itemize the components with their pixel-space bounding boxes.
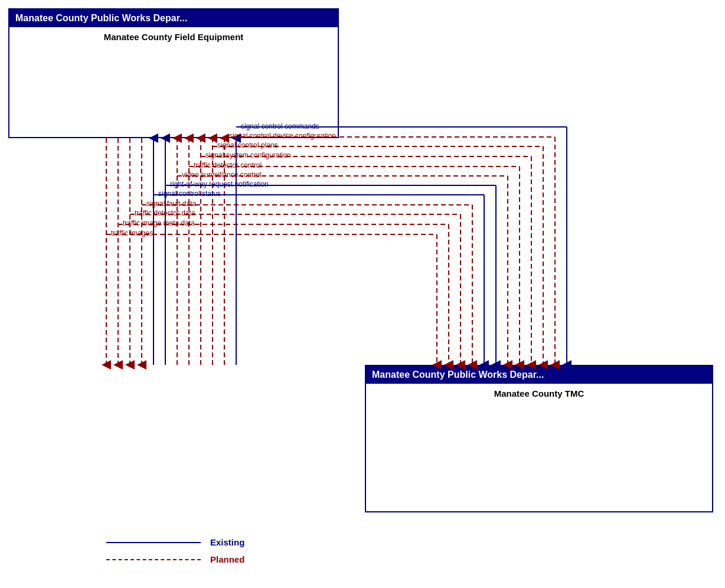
label-row-request: right-of-way request notification [170, 180, 269, 188]
tmc-box: Manatee County Public Works Depar... Man… [365, 365, 713, 512]
label-signal-control-device-config: signal control device configuration [229, 132, 336, 140]
field-equipment-box: Manatee County Public Works Depar... Man… [8, 8, 339, 138]
legend-existing-line [106, 542, 201, 543]
label-signal-fault-data: signal fault data [146, 200, 196, 208]
tmc-header: Manatee County Public Works Depar... [366, 366, 712, 384]
legend: Existing Planned [106, 537, 244, 564]
label-signal-control-plans: signal control plans [217, 141, 278, 149]
tmc-body: Manatee County TMC [366, 384, 712, 403]
field-equipment-header: Manatee County Public Works Depar... [9, 9, 338, 27]
legend-planned-line [106, 559, 201, 560]
legend-existing: Existing [106, 537, 244, 547]
label-traffic-image-meta: traffic image meta data [123, 219, 195, 227]
legend-planned-label: Planned [210, 554, 244, 564]
label-signal-control-status: signal control status [158, 190, 221, 198]
label-signal-system-config: signal system configuration [205, 151, 291, 159]
label-traffic-images: traffic images [111, 229, 153, 237]
label-traffic-detector-control: traffic detector control [194, 161, 262, 169]
label-traffic-detector-data: traffic detector data [135, 209, 195, 217]
label-signal-control-commands: signal control commands [241, 122, 319, 130]
legend-existing-label: Existing [210, 537, 244, 547]
label-video-surveillance-control: video surveillance control [182, 171, 262, 179]
field-equipment-body: Manatee County Field Equipment [9, 27, 338, 47]
legend-planned: Planned [106, 554, 244, 564]
